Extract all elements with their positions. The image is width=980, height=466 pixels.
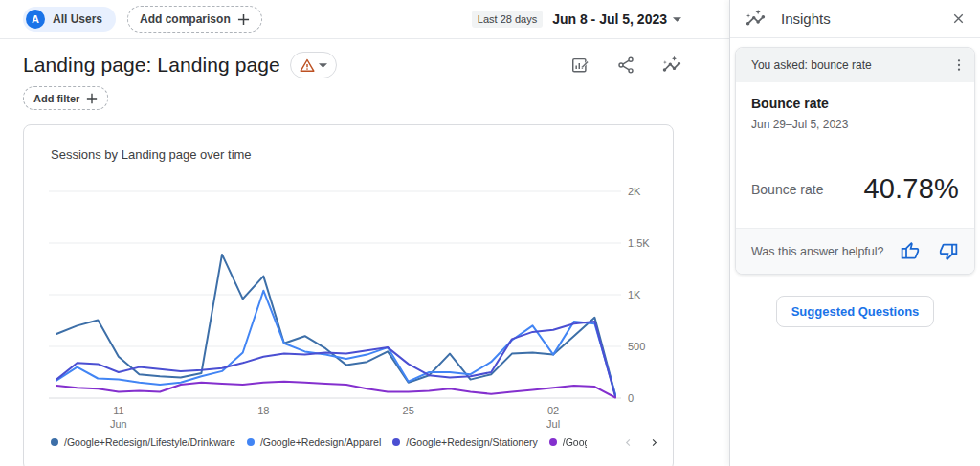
all-users-label: All Users	[53, 12, 102, 26]
caret-down-icon	[319, 63, 327, 68]
question-label: You asked: bounce rate	[751, 58, 872, 72]
main-area: A All Users Add comparison Last 28 days …	[0, 0, 729, 466]
legend-dot	[392, 438, 400, 446]
metric-name: Bounce rate	[751, 182, 824, 197]
svg-text:18: 18	[257, 405, 269, 416]
insight-card: You asked: bounce rate Bounce rate Jun 2…	[735, 47, 975, 275]
all-users-chip[interactable]: A All Users	[23, 7, 116, 32]
thumb-up-icon[interactable]	[900, 241, 920, 261]
warning-icon	[300, 58, 315, 73]
filter-bar: Add filter	[0, 78, 729, 110]
legend-label: /Google+Redesign/Stationery	[406, 436, 537, 448]
legend-label: /Google+Redesign/Apparel	[260, 436, 381, 448]
insight-card-footer: Was this answer helpful?	[736, 228, 974, 274]
insight-card-header: You asked: bounce rate	[736, 48, 974, 82]
feedback-buttons	[900, 241, 959, 261]
svg-text:02: 02	[547, 405, 559, 416]
metric-value: 40.78%	[863, 173, 959, 205]
chart-legend: /Google+Redesign/Lifestyle/Drinkware/Goo…	[51, 436, 587, 448]
metric-row: Bounce rate 40.78%	[751, 173, 959, 205]
insights-icon	[746, 9, 766, 29]
svg-text:500: 500	[628, 341, 645, 352]
chart-card: Sessions by Landing page over time 05001…	[23, 124, 674, 466]
chevron-left-icon[interactable]	[623, 437, 634, 448]
add-comparison-button[interactable]: Add comparison	[127, 6, 262, 33]
metric-title: Bounce rate	[751, 96, 959, 111]
report-actions	[570, 55, 681, 75]
svg-text:2K: 2K	[628, 186, 641, 197]
add-filter-button[interactable]: Add filter	[23, 86, 108, 110]
sessions-line-chart[interactable]: 05001K1.5K2K11Jun182502Jul	[24, 164, 675, 451]
svg-text:1.5K: 1.5K	[628, 237, 650, 249]
feedback-prompt: Was this answer helpful?	[751, 245, 884, 258]
legend-row: /Google+Redesign/Lifestyle/Drinkware/Goo…	[51, 436, 659, 448]
insights-icon[interactable]	[662, 55, 681, 75]
legend-item[interactable]: /Google+Redesign/Lifestyle/Drinkware	[51, 436, 235, 448]
app-root: A All Users Add comparison Last 28 days …	[0, 0, 980, 466]
report-header: Landing page: Landing page	[0, 39, 729, 78]
svg-text:Jul: Jul	[546, 418, 560, 430]
plus-icon	[86, 93, 98, 104]
date-range-label: Jun 8 - Jul 5, 2023	[552, 11, 667, 27]
legend-dot	[247, 438, 255, 446]
insights-title: Insights	[781, 11, 831, 27]
caret-down-icon	[673, 17, 681, 22]
add-comparison-label: Add comparison	[140, 12, 231, 26]
svg-text:25: 25	[403, 405, 414, 416]
plus-icon	[237, 13, 250, 26]
comparison-bar: A All Users Add comparison Last 28 days …	[0, 0, 729, 39]
date-range-area: Last 28 days Jun 8 - Jul 5, 2023	[472, 11, 681, 28]
chart-title: Sessions by Landing page over time	[51, 147, 252, 162]
date-range-picker[interactable]: Jun 8 - Jul 5, 2023	[552, 11, 681, 27]
data-quality-pill[interactable]	[290, 52, 337, 78]
legend-label: /Google+Redesign/Lifestyle/Drinkware	[64, 436, 235, 448]
date-range-badge: Last 28 days	[472, 11, 543, 28]
svg-text:Jun: Jun	[110, 418, 127, 430]
kebab-menu-icon[interactable]	[951, 57, 967, 73]
close-icon[interactable]	[950, 11, 967, 27]
legend-label: /Google+Rede	[563, 436, 587, 448]
suggested-questions-button[interactable]: Suggested Questions	[776, 296, 935, 327]
legend-item[interactable]: /Google+Redesign/Apparel	[247, 436, 381, 448]
avatar: A	[26, 10, 45, 29]
insights-header: Insights	[730, 0, 980, 38]
legend-item[interactable]: /Google+Rede	[549, 436, 587, 448]
legend-dot	[51, 438, 58, 446]
legend-pager	[623, 437, 659, 448]
svg-text:1K: 1K	[628, 289, 641, 300]
share-icon[interactable]	[616, 55, 635, 75]
svg-text:0: 0	[628, 392, 634, 404]
svg-text:11: 11	[113, 405, 123, 416]
insights-panel: Insights You asked: bounce rate Bounce r…	[729, 0, 980, 466]
add-filter-label: Add filter	[33, 93, 79, 104]
insight-card-body: Bounce rate Jun 29–Jul 5, 2023 Bounce ra…	[736, 82, 974, 228]
chevron-right-icon[interactable]	[649, 437, 659, 448]
thumb-down-icon[interactable]	[939, 241, 959, 261]
edit-chart-button[interactable]	[570, 55, 590, 75]
page-title: Landing page: Landing page	[23, 54, 280, 77]
legend-dot	[549, 438, 557, 446]
legend-item[interactable]: /Google+Redesign/Stationery	[392, 436, 537, 448]
metric-date-range: Jun 29–Jul 5, 2023	[751, 118, 959, 131]
